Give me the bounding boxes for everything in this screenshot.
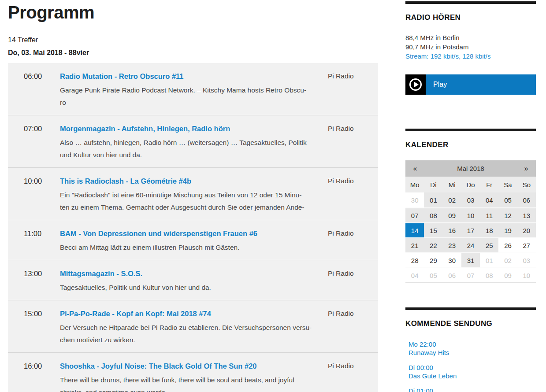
calendar-week-row: 14151617181920 xyxy=(405,222,536,237)
program-description: Garage Punk Pirate Radio Podcast Network… xyxy=(60,84,324,109)
program-title-link[interactable]: Radio Mutation - Retro Obscuro #11 xyxy=(60,71,184,81)
upcoming-show-title: Runaway Hits xyxy=(409,348,536,357)
stream-links-line: Stream: 192 kbit/s, 128 kbit/s xyxy=(405,52,536,61)
program-entry: 06:00Radio Mutation - Retro Obscuro #11G… xyxy=(8,63,378,115)
calendar-day: 30 xyxy=(405,192,424,207)
calendar-weekday-label: Mi xyxy=(443,177,461,192)
calendar-day[interactable]: 11 xyxy=(480,208,498,222)
calendar-day[interactable]: 09 xyxy=(443,208,461,222)
calendar-day[interactable]: 15 xyxy=(424,223,442,237)
calendar-day[interactable]: 05 xyxy=(498,192,517,207)
program-entry: 13:00Mittagsmagazin - S.O.S.Tagesaktuell… xyxy=(8,260,378,300)
results-count: 14 Treffer xyxy=(8,36,378,44)
program-entry-body: Shooshka - Joyful Noise: The Black Gold … xyxy=(52,361,328,392)
calendar-day[interactable]: 03 xyxy=(461,192,480,207)
program-description: Becci am Mittag lädt zu einem illustren … xyxy=(60,241,324,254)
upcoming-show-link[interactable]: Mo 22:00Runaway Hits xyxy=(409,340,536,357)
upcoming-show-time: Mo 22:00 xyxy=(409,340,536,348)
section-divider-bar xyxy=(405,1,536,4)
upcoming-show-link[interactable]: Di 00:00Das Gute Leben xyxy=(409,363,536,380)
calendar-day[interactable]: 21 xyxy=(405,238,424,252)
program-time: 06:00 xyxy=(24,71,52,109)
upcoming-show-link[interactable]: Di 01:0088vier xyxy=(409,387,536,392)
calendar-day[interactable]: 08 xyxy=(424,208,442,222)
calendar-day[interactable]: 02 xyxy=(443,192,461,207)
calendar-day[interactable]: 17 xyxy=(461,223,480,237)
program-title-link[interactable]: This is Radioclash - La Géométrie #4b xyxy=(60,176,191,186)
calendar-week-row: 28293031010203 xyxy=(405,252,536,267)
calendar-weekday-label: Sa xyxy=(498,177,517,192)
calendar-month-label: Mai 2018 xyxy=(425,165,516,172)
calendar-day[interactable]: 12 xyxy=(498,208,517,222)
section-divider-bar xyxy=(405,129,536,131)
calendar-weekday-label: Mo xyxy=(405,177,424,192)
program-entry-body: This is Radioclash - La Géométrie #4bEin… xyxy=(52,176,328,214)
program-station: Pi Radio xyxy=(328,228,364,254)
calendar-weekday-label: So xyxy=(517,177,536,192)
calendar-day: 29 xyxy=(424,253,442,267)
calendar-day[interactable]: 25 xyxy=(480,238,498,252)
calendar-day[interactable]: 01 xyxy=(424,192,442,207)
calendar-week-row: 21222324252627 xyxy=(405,237,536,252)
calendar-day: 08 xyxy=(480,268,498,282)
calendar-day[interactable]: 22 xyxy=(424,238,442,252)
calendar-next-button[interactable]: » xyxy=(516,165,536,173)
calendar-day[interactable]: 19 xyxy=(498,223,517,237)
calendar-day: 05 xyxy=(424,268,442,282)
program-entry: 10:00This is Radioclash - La Géométrie #… xyxy=(8,167,378,220)
program-description: Tagesaktuelles, Politik und Kultur von h… xyxy=(60,281,324,294)
program-entry-body: Morgenmagazin - Aufstehn, Hinlegen, Radi… xyxy=(52,123,328,161)
calendar-week-row: 07080910111213 xyxy=(405,207,536,222)
program-station: Pi Radio xyxy=(328,361,364,392)
calendar-day-selected[interactable]: 14 xyxy=(405,223,424,237)
frequency-berlin: 88,4 MHz in Berlin xyxy=(405,33,536,42)
date-heading: Do, 03. Mai 2018 - 88vier xyxy=(8,49,378,57)
calendar-weekday-label: Di xyxy=(424,177,442,192)
calendar-weekday-label: Fr xyxy=(480,177,498,192)
stream-link-192[interactable]: Stream: 192 kbit/s xyxy=(405,52,459,60)
radio-hoeren-heading: RADIO HÖREN xyxy=(405,13,536,22)
calendar-day: 09 xyxy=(498,268,517,282)
calendar-day: 04 xyxy=(405,268,424,282)
calendar-day[interactable]: 31 xyxy=(461,253,480,267)
calendar-day: 06 xyxy=(443,268,461,282)
calendar-day: 30 xyxy=(443,253,461,267)
frequency-block: 88,4 MHz in Berlin 90,7 MHz in Potsdam S… xyxy=(405,33,536,61)
stream-link-128[interactable]: 128 kbit/s xyxy=(462,52,490,60)
program-station: Pi Radio xyxy=(328,308,364,346)
calendar-week-row: 04050607080910 xyxy=(405,267,536,282)
program-time: 11:00 xyxy=(24,228,52,254)
stream-link-separator: , xyxy=(459,52,462,60)
calendar-prev-button[interactable]: « xyxy=(405,165,425,173)
section-divider-bar xyxy=(405,307,536,310)
calendar-day[interactable]: 07 xyxy=(405,208,424,222)
program-entry: 11:00BAM - Von Depressionen und widerspe… xyxy=(8,220,378,260)
calendar-day[interactable]: 10 xyxy=(461,208,480,222)
calendar-day: 03 xyxy=(517,253,536,267)
calendar-day[interactable]: 13 xyxy=(517,208,536,222)
program-entry-body: BAM - Von Depressionen und widerspenstig… xyxy=(52,228,328,254)
calendar-day: 07 xyxy=(461,268,480,282)
program-entry: 15:00Pi-Pa-Po-Rade - Kopf an Kopf: Mai 2… xyxy=(8,300,378,352)
program-title-link[interactable]: BAM - Von Depressionen und widerspenstig… xyxy=(60,228,257,239)
program-title-link[interactable]: Pi-Pa-Po-Rade - Kopf an Kopf: Mai 2018 #… xyxy=(60,308,211,319)
calendar-day[interactable]: 04 xyxy=(480,192,498,207)
calendar-day[interactable]: 23 xyxy=(443,238,461,252)
calendar-day[interactable]: 20 xyxy=(517,223,536,237)
program-title-link[interactable]: Mittagsmagazin - S.O.S. xyxy=(60,268,142,279)
program-list: 06:00Radio Mutation - Retro Obscuro #11G… xyxy=(8,63,378,392)
program-title-link[interactable]: Shooshka - Joyful Noise: The Black Gold … xyxy=(60,361,257,371)
program-station: Pi Radio xyxy=(328,176,364,214)
kalender-heading: KALENDER xyxy=(405,141,536,149)
program-title-link[interactable]: Morgenmagazin - Aufstehn, Hinlegen, Radi… xyxy=(60,123,230,134)
calendar-day[interactable]: 24 xyxy=(461,238,480,252)
play-button-label: Play xyxy=(426,74,536,95)
calendar-day[interactable]: 06 xyxy=(517,192,536,207)
upcoming-show-title: Das Gute Leben xyxy=(409,372,536,380)
play-button[interactable]: Play xyxy=(405,74,536,95)
kommende-sendung-heading: KOMMENDE SENDUNG xyxy=(405,319,536,328)
calendar-day[interactable]: 16 xyxy=(443,223,461,237)
calendar-day[interactable]: 18 xyxy=(480,223,498,237)
calendar-day: 02 xyxy=(498,253,517,267)
program-time: 10:00 xyxy=(24,176,52,214)
